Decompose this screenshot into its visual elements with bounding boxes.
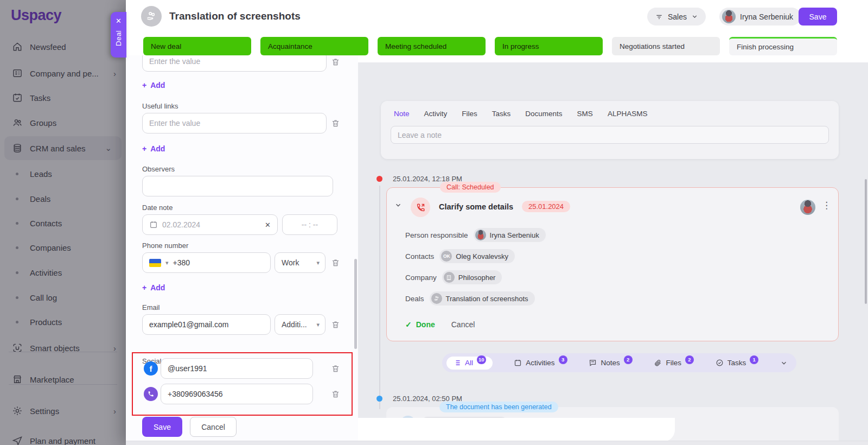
call-field-row: Person responsible Iryna Serbeniuk [405,228,546,242]
count-badge: 2 [624,355,633,364]
deal-modal: Translation of screenshots Sales Iryna S… [126,0,868,445]
useful-links-input[interactable] [142,113,327,134]
clear-icon[interactable]: ✕ [265,221,271,229]
deal-form-panel: + Add Useful links + Add Observers Date … [126,55,358,445]
check-icon: ✓ [405,320,412,329]
date-placeholder: 02.02.2024 [162,220,200,229]
stage-new-deal[interactable]: New deal [143,37,251,55]
count-badge: 2 [685,355,694,364]
filter-all[interactable]: All 10 [446,357,493,370]
deal-tab-label: Deal [114,30,123,46]
tab-tasks[interactable]: Tasks [492,110,511,118]
initials-avatar: OK [441,251,452,262]
ukraine-flag-icon[interactable] [149,259,161,267]
document-status-badge: The document has been generated [439,402,558,412]
trash-icon[interactable] [331,57,340,67]
plus-icon: + [142,144,146,153]
count-badge: 1 [750,355,758,364]
filter-tasks[interactable]: Tasks 1 [716,359,759,367]
deal-side-tab[interactable]: ✕ Deal [111,12,126,58]
phone-label: Phone number [142,241,188,250]
done-button[interactable]: ✓ Done [405,320,435,329]
stage-finish-processing[interactable]: Finish processing [729,37,837,55]
bottom-strip [126,441,868,445]
email-type-select[interactable]: Additi... ▾ [275,314,326,335]
avatar [475,230,486,240]
add-field-link[interactable]: + Add [142,81,165,90]
workspace-selector[interactable]: Sales [647,8,706,26]
collapse-chevron-icon[interactable] [394,201,402,209]
timeline-dot-call [376,176,382,182]
add-phone-link[interactable]: + Add [142,283,165,292]
contact-chip[interactable]: OK Oleg Kovalevsky [439,249,515,263]
date-input[interactable]: 02.02.2024 ✕ [142,214,278,235]
sidebar: Uspacy Newsfeed Company and pe... › Task… [0,0,126,445]
company-chip[interactable]: Philosopher [442,270,502,284]
facebook-input[interactable] [161,358,313,379]
note-composer-card: Note Activity Files Tasks Documents SMS … [381,101,839,159]
trash-icon[interactable] [331,389,340,399]
note-input[interactable] [391,126,829,144]
phone-type-select[interactable]: Work ▾ [275,252,326,273]
trash-icon[interactable] [331,118,340,128]
tab-files[interactable]: Files [462,110,477,118]
form-scrollbar[interactable] [354,259,357,349]
tab-sms[interactable]: SMS [577,110,593,118]
custom-field-input[interactable] [142,55,327,72]
viber-icon [144,387,158,401]
form-save-button[interactable]: Save [142,417,182,437]
modal-dim-overlay [0,0,126,445]
save-button[interactable]: Save [799,8,837,26]
tab-alphasms[interactable]: ALPHASMS [608,110,648,118]
caret-down-icon: ▾ [165,259,169,266]
call-field-row: Deals Translation of screenshots [405,291,535,306]
plus-icon: + [142,81,146,90]
phone-input[interactable]: ▾ +380 [142,252,271,273]
tab-note[interactable]: Note [394,110,410,118]
cancel-button[interactable]: Cancel [451,320,475,329]
app-root: Uspacy Newsfeed Company and pe... › Task… [0,0,868,445]
observers-input[interactable] [142,176,333,196]
trash-icon[interactable] [331,320,340,329]
viber-input[interactable] [161,384,313,404]
person-chip[interactable]: Iryna Serbeniuk [474,228,546,242]
stage-meeting-scheduled[interactable]: Meeting scheduled [378,37,486,55]
filter-files[interactable]: Files 2 [654,359,694,367]
composer-tabs: Note Activity Files Tasks Documents SMS … [394,110,647,118]
calendar-icon [149,220,158,229]
activity-panel: Note Activity Files Tasks Documents SMS … [358,62,868,445]
trash-icon[interactable] [331,258,340,268]
close-icon[interactable]: ✕ [116,16,122,26]
calendar-icon [514,359,522,367]
chevron-down-icon[interactable] [780,359,788,367]
call-title-row: Clarify some details 25.01.2024 [439,201,570,212]
call-title[interactable]: Clarify some details [439,202,513,211]
useful-links-label: Useful links [142,102,178,110]
stage-acquaintance[interactable]: Acquaintance [260,37,368,55]
facebook-icon: f [144,361,158,376]
filter-activities[interactable]: Activities 3 [514,359,567,367]
form-cancel-button[interactable]: Cancel [190,417,237,437]
call-status-badge: Call: Scheduled [440,182,501,193]
panel-scrollbar[interactable] [865,179,867,304]
count-badge: 3 [559,355,567,364]
deal-chip[interactable]: Translation of screenshots [430,291,535,306]
time-input[interactable]: -- : -- [282,214,337,235]
responsible-user-chip[interactable]: Iryna Serbeniuk [719,8,801,26]
call-activity-card: Call: Scheduled Clarify some details 25.… [386,187,839,341]
tab-documents[interactable]: Documents [525,110,562,118]
filter-notes[interactable]: Notes 2 [589,359,632,367]
kebab-menu-icon[interactable]: ⋮ [822,200,831,211]
timeline-dot-document [376,396,382,402]
caret-down-icon: ▾ [316,321,320,328]
stage-in-progress[interactable]: In progress [495,37,603,55]
stage-negotiations-started[interactable]: Negotiations started [612,37,720,55]
tab-activity[interactable]: Activity [424,110,448,118]
outgoing-call-icon [411,198,430,217]
trash-icon[interactable] [331,364,340,373]
call-field-row: Company Philosopher [405,270,502,284]
list-icon [453,359,461,367]
time-placeholder: -- : -- [302,220,318,229]
add-link-link[interactable]: + Add [142,144,165,153]
email-input[interactable] [142,314,271,335]
